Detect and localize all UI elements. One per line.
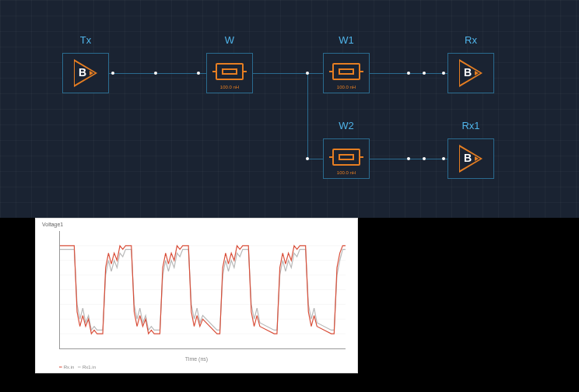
wire (109, 73, 206, 74)
port (197, 72, 200, 75)
block-label-w: W (225, 34, 234, 46)
port (442, 157, 445, 160)
block-w1[interactable]: 100.0 nH (323, 53, 370, 93)
port (306, 157, 309, 160)
port (407, 72, 410, 75)
tline-icon: 100.0 nH (212, 58, 247, 88)
block-rx1[interactable]: B (447, 138, 494, 179)
port (442, 72, 445, 75)
port (423, 72, 426, 75)
chart-plot-area (59, 231, 346, 349)
tline-icon: 100.0 nH (329, 58, 363, 88)
block-tx[interactable]: B (62, 53, 109, 93)
chart-xlabel: Time (ns) (185, 356, 208, 362)
chart-legend: ━ Rx.in ━ Rx1.in (59, 364, 96, 369)
block-label-rx: Rx (465, 34, 477, 46)
port (154, 72, 157, 75)
chart-title: Voltage1 (42, 222, 63, 227)
wire (307, 73, 308, 159)
block-label-tx: Tx (80, 34, 91, 46)
port (306, 72, 309, 75)
buffer-icon: B (459, 59, 482, 87)
block-label-w2: W2 (339, 120, 354, 131)
port (407, 157, 410, 160)
tline-icon: 100.0 nH (329, 144, 363, 173)
waveform-chart[interactable]: Voltage1 Time (ns) ━ Rx.in ━ Rx1.in (35, 218, 358, 373)
block-label-rx1: Rx1 (461, 120, 479, 131)
block-label-w1: W1 (339, 34, 354, 46)
buffer-icon: B (74, 59, 97, 87)
schematic-canvas[interactable]: Tx B W 100.0 nH W1 100.0 nH Rx B (0, 0, 579, 218)
port (423, 157, 426, 160)
block-w[interactable]: 100.0 nH (206, 53, 253, 93)
block-w2[interactable]: 100.0 nH (323, 138, 370, 179)
wire (307, 159, 323, 159)
wire (253, 73, 323, 74)
block-rx[interactable]: B (447, 53, 494, 93)
buffer-icon: B (459, 145, 482, 173)
port (111, 72, 114, 75)
